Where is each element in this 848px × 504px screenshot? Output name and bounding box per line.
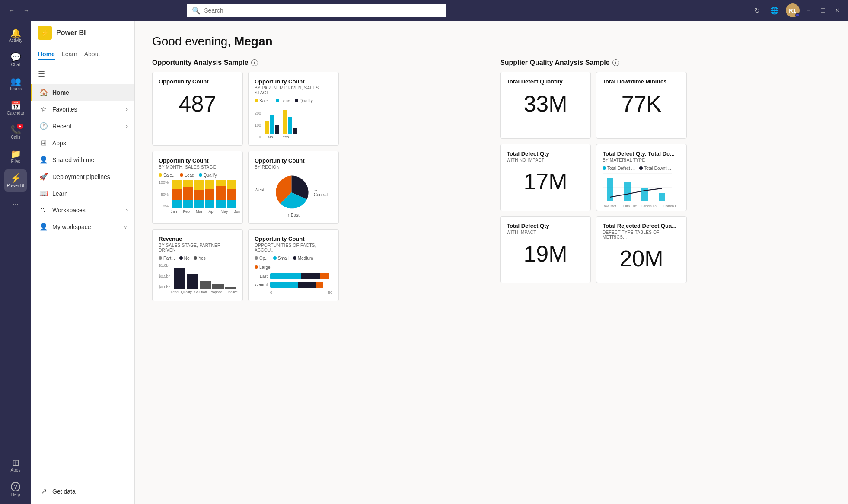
- nav-item-workspaces[interactable]: 🗂 Workspaces ›: [31, 202, 134, 218]
- bar-yes-sale: [283, 110, 287, 134]
- tab-home[interactable]: Home: [38, 49, 55, 60]
- globe-button[interactable]: 🌐: [767, 5, 782, 16]
- pie-label-central: → Central: [314, 188, 332, 197]
- greeting-name: Megan: [234, 35, 273, 48]
- x-may: May: [221, 209, 228, 214]
- nav-item-learn[interactable]: 📖 Learn: [31, 185, 134, 202]
- title-bar: ← → 🔍 ↻ 🌐 R1 − □ ×: [0, 0, 848, 21]
- card-opp-facts[interactable]: Opportunity Count OPPORTUNITIES OF FACTS…: [248, 229, 339, 301]
- back-button[interactable]: ←: [5, 5, 18, 16]
- sidebar-item-activity[interactable]: 🔔 Activity: [4, 24, 27, 47]
- myworkspace-arrow-icon: ∨: [124, 224, 128, 230]
- greeting: Good evening, Megan: [152, 35, 831, 48]
- card-opp-count-month[interactable]: Opportunity Count BY MONTH, SALES STAGE …: [152, 151, 243, 224]
- search-bar[interactable]: 🔍: [187, 4, 446, 17]
- card-defect-no-impact-subtitle: WITH NO IMPACT: [507, 158, 584, 163]
- sidebar-item-help[interactable]: ? Help: [4, 478, 27, 501]
- pbi-nav: 🏠 Home ☆ Favorites › 🕐 Recent › ⊞ Apps 👤…: [31, 84, 134, 478]
- calls-label: Calls: [11, 135, 20, 140]
- nav-item-recent-label: Recent: [52, 123, 71, 130]
- myworkspace-nav-icon: 👤: [39, 223, 48, 231]
- sidebar-item-powerbi[interactable]: ⚡ Power BI: [4, 169, 27, 192]
- close-button[interactable]: ×: [832, 5, 843, 16]
- card-defect-qty-title: Total Defect Quantity: [507, 78, 584, 85]
- sidebar-item-apps[interactable]: ⊞ Apps: [4, 454, 27, 476]
- x-apr: Apr: [209, 209, 215, 214]
- card-opp-month-subtitle: BY MONTH, SALES STAGE: [159, 165, 236, 169]
- card-defect-impact[interactable]: Total Defect Qty WITH IMPACT 19M: [500, 216, 591, 283]
- powerbi-sidebar-icon: ⚡: [10, 174, 21, 182]
- legend-large: Large: [255, 265, 271, 270]
- nav-item-favorites[interactable]: ☆ Favorites ›: [31, 101, 134, 118]
- sidebar-item-calls[interactable]: 📞 Calls ●: [4, 121, 27, 144]
- card-revenue[interactable]: Revenue BY SALES STAGE, PARTNER DRIVEN P…: [152, 229, 243, 301]
- calendar-icon: 📅: [10, 101, 21, 110]
- nav-buttons: ← →: [5, 5, 33, 16]
- card-opp-count-partner[interactable]: Opportunity Count BY PARTNER DRIVEN, SAL…: [248, 72, 339, 146]
- legend-medium: Medium: [293, 256, 313, 261]
- card-defect-material-title: Total Defect Qty, Total Do...: [603, 150, 680, 157]
- card-rejected-defect[interactable]: Total Rejected Defect Qua... DEFECT TYPE…: [596, 216, 687, 283]
- card-total-defect-qty[interactable]: Total Defect Quantity 33M: [500, 72, 591, 139]
- nav-item-home[interactable]: 🏠 Home: [31, 84, 134, 101]
- favorites-arrow-icon: ›: [126, 106, 128, 112]
- minimize-button[interactable]: −: [803, 5, 814, 16]
- rev-y3: $0.0bn: [159, 285, 171, 289]
- bar-no-lead: [270, 115, 274, 134]
- card-opp-month-title: Opportunity Count: [159, 157, 236, 164]
- card-total-downtime[interactable]: Total Downtime Minutes 77K: [596, 72, 687, 139]
- nav-item-recent[interactable]: 🕐 Recent ›: [31, 118, 134, 134]
- bar-finalize: [225, 263, 237, 289]
- calls-badge: ●: [17, 124, 23, 129]
- nav-item-getdata[interactable]: ↗ Get data: [38, 484, 128, 499]
- supplier-section: Supplier Quality Analysis Sample i Total…: [500, 59, 831, 301]
- supplier-info-icon[interactable]: i: [612, 59, 619, 66]
- svg-rect-3: [607, 178, 613, 201]
- sidebar-item-files[interactable]: 📁 Files: [4, 145, 27, 168]
- learn-nav-icon: 📖: [39, 189, 48, 198]
- card-opp-count-value: 487: [159, 92, 236, 116]
- card-opp-count[interactable]: Opportunity Count 487: [152, 72, 243, 146]
- nav-item-learn-label: Learn: [52, 190, 68, 197]
- card-defect-material[interactable]: Total Defect Qty, Total Do... BY MATERIA…: [596, 144, 687, 211]
- help-label: Help: [11, 492, 20, 497]
- pbi-brand-label: Power BI: [56, 29, 86, 37]
- nav-item-myworkspace[interactable]: 👤 My workspace ∨: [31, 218, 134, 235]
- activity-label: Activity: [9, 38, 22, 43]
- hamburger-button[interactable]: ☰: [31, 64, 134, 84]
- sidebar-item-more[interactable]: ···: [4, 194, 27, 216]
- opportunity-section: Opportunity Analysis Sample i Opportunit…: [152, 59, 483, 301]
- tab-learn[interactable]: Learn: [62, 49, 77, 60]
- nav-item-shared[interactable]: 👤 Shared with me: [31, 151, 134, 168]
- x-mar: Mar: [196, 209, 203, 214]
- horiz-x-50: 50: [328, 290, 332, 295]
- calendar-label: Calendar: [7, 111, 25, 115]
- bar-no-sale: [265, 121, 269, 134]
- files-label: Files: [11, 159, 20, 164]
- search-input[interactable]: [204, 7, 441, 14]
- nav-item-apps[interactable]: ⊞ Apps: [31, 134, 134, 151]
- line-chart-svg: [603, 173, 672, 201]
- sidebar-item-teams[interactable]: 👥 Teams: [4, 73, 27, 95]
- card-opp-count-region[interactable]: Opportunity Count BY REGION West ←: [248, 151, 339, 224]
- x-jan: Jan: [171, 209, 177, 214]
- east-small-bar: [270, 273, 301, 279]
- shared-nav-icon: 👤: [39, 156, 48, 164]
- nav-item-pipelines-label: Deployment pipelines: [52, 173, 110, 180]
- tab-about[interactable]: About: [84, 49, 100, 60]
- legend-small: Small: [273, 256, 289, 261]
- sidebar-item-calendar[interactable]: 📅 Calendar: [4, 97, 27, 119]
- nav-item-pipelines[interactable]: 🚀 Deployment pipelines: [31, 168, 134, 185]
- refresh-button[interactable]: ↻: [751, 5, 763, 16]
- forward-button[interactable]: →: [20, 5, 33, 16]
- sidebar-item-chat[interactable]: 💬 Chat: [4, 48, 27, 71]
- card-defect-qty-no-impact[interactable]: Total Defect Qty WITH NO IMPACT 17M: [500, 144, 591, 211]
- opportunity-info-icon[interactable]: i: [251, 59, 258, 66]
- pbi-header: ⚡ Power BI: [31, 21, 134, 45]
- material-x1: Raw Mat...: [603, 204, 619, 208]
- nav-item-apps-label: Apps: [52, 140, 66, 147]
- nav-item-myworkspace-label: My workspace: [52, 223, 91, 230]
- apps-nav-icon: ⊞: [39, 139, 48, 147]
- maximize-button[interactable]: □: [817, 5, 829, 16]
- card-defect-no-impact-title: Total Defect Qty: [507, 150, 584, 157]
